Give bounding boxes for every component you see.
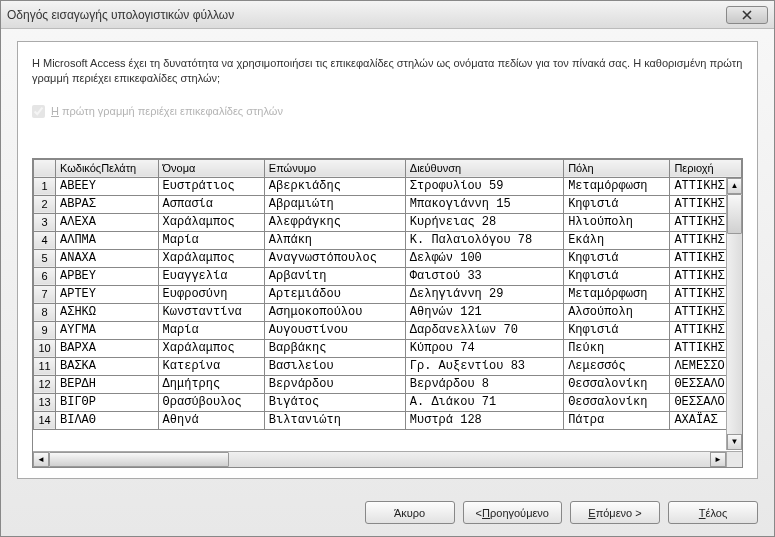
table-cell: Γρ. Αυξεντίου 83 [405, 357, 563, 375]
table-cell: Αθηνών 121 [405, 303, 563, 321]
chevron-left-icon: ◄ [37, 456, 45, 464]
table-cell: Πεύκη [564, 339, 670, 357]
table-cell: ΒΙΛΑΘ [56, 411, 159, 429]
table-cell: Μεταμόρφωση [564, 177, 670, 195]
chevron-up-icon: ▲ [731, 182, 739, 190]
table-row[interactable]: 7ΑΡΤΕΥΕυφροσύνηΑρτεμιάδουΔεληγιάννη 29Με… [34, 285, 742, 303]
table-cell: Ευστράτιος [158, 177, 264, 195]
horizontal-scrollbar[interactable]: ◄ ► [33, 451, 726, 467]
table-row[interactable]: 12ΒΕΡΔΗΔημήτρηςΒερνάρδουΒερνάρδου 8Θεσσα… [34, 375, 742, 393]
next-button[interactable]: Επόμενο > [570, 501, 660, 524]
table-row[interactable]: 2ΑΒΡΑΣΑσπασίαΑβραμιώτηΜπακογιάννη 15Κηφι… [34, 195, 742, 213]
vertical-scroll-track[interactable] [727, 234, 742, 434]
cancel-button[interactable]: Άκυρο [365, 501, 455, 524]
table-cell: ΑΡΤΕΥ [56, 285, 159, 303]
row-number-cell: 5 [34, 249, 56, 267]
table-cell: Εκάλη [564, 231, 670, 249]
table-cell: ΑΒΕΕΥ [56, 177, 159, 195]
horizontal-scroll-track[interactable] [229, 452, 710, 467]
preview-table-scroll: ΚωδικόςΠελάτηΌνομαΕπώνυμοΔιεύθυνσηΠόληΠε… [33, 159, 742, 467]
finish-button[interactable]: Τέλος [668, 501, 758, 524]
scroll-left-arrow[interactable]: ◄ [33, 452, 49, 467]
row-number-cell: 12 [34, 375, 56, 393]
row-number-cell: 8 [34, 303, 56, 321]
table-cell: ΒΑΡΧΑ [56, 339, 159, 357]
row-number-cell: 14 [34, 411, 56, 429]
table-cell: Α. Διάκου 71 [405, 393, 563, 411]
table-cell: Μεταμόρφωση [564, 285, 670, 303]
table-cell: Κ. Παλαιολόγου 78 [405, 231, 563, 249]
row-number-cell: 10 [34, 339, 56, 357]
table-cell: Χαράλαμπος [158, 213, 264, 231]
table-cell: Κύπρου 74 [405, 339, 563, 357]
table-row[interactable]: 3ΑΛΕΧΑΧαράλαμποςΑλεφράγκηςΚυρήνειας 28Ηλ… [34, 213, 742, 231]
row-number-header [34, 159, 56, 177]
column-header[interactable]: Πόλη [564, 159, 670, 177]
table-cell: Θεσσαλονίκη [564, 393, 670, 411]
table-cell: Βερνάρδου 8 [405, 375, 563, 393]
table-cell: Δημήτρης [158, 375, 264, 393]
table-row[interactable]: 5ΑΝΑΧΑΧαράλαμποςΑναγνωστόπουλοςΔελφών 10… [34, 249, 742, 267]
close-button[interactable] [726, 6, 768, 24]
table-cell: Θρασύβουλος [158, 393, 264, 411]
vertical-scrollbar[interactable]: ▲ ▼ [726, 178, 742, 450]
column-header[interactable]: Διεύθυνση [405, 159, 563, 177]
row-number-cell: 6 [34, 267, 56, 285]
first-row-headers-checkbox[interactable] [32, 105, 45, 118]
scroll-corner [726, 451, 742, 467]
table-cell: Μαρία [158, 321, 264, 339]
table-cell: Ηλιούπολη [564, 213, 670, 231]
scroll-up-arrow[interactable]: ▲ [727, 178, 742, 194]
scroll-right-arrow[interactable]: ► [710, 452, 726, 467]
table-cell: Ευφροσύνη [158, 285, 264, 303]
table-cell: Δαρδανελλίων 70 [405, 321, 563, 339]
table-row[interactable]: 13ΒΙΓΘΡΘρασύβουλοςΒιγάτοςΑ. Διάκου 71Θεσ… [34, 393, 742, 411]
column-header[interactable]: Περιοχή [670, 159, 742, 177]
table-row[interactable]: 11ΒΑΣΚΑΚατερίναΒασιλείουΓρ. Αυξεντίου 83… [34, 357, 742, 375]
table-row[interactable]: 4ΑΛΠΜΑΜαρίαΑλπάκηΚ. Παλαιολόγου 78ΕκάληΑ… [34, 231, 742, 249]
scroll-down-arrow[interactable]: ▼ [727, 434, 742, 450]
table-cell: Κυρήνειας 28 [405, 213, 563, 231]
table-cell: Ασπασία [158, 195, 264, 213]
table-row[interactable]: 9ΑΥΓΜΑΜαρίαΑυγουστίνουΔαρδανελλίων 70Κηφ… [34, 321, 742, 339]
row-number-cell: 13 [34, 393, 56, 411]
table-row[interactable]: 6ΑΡΒΕΥΕυαγγελίαΑρβανίτηΦαιστού 33Κηφισιά… [34, 267, 742, 285]
table-cell: Κωνσταντίνα [158, 303, 264, 321]
table-cell: Βιλτανιώτη [264, 411, 405, 429]
table-cell: Αλεφράγκης [264, 213, 405, 231]
table-cell: Δεληγιάννη 29 [405, 285, 563, 303]
preview-table-wrap: ΚωδικόςΠελάτηΌνομαΕπώνυμοΔιεύθυνσηΠόληΠε… [32, 158, 743, 468]
table-row[interactable]: 1ΑΒΕΕΥΕυστράτιοςΑβερκιάδηςΣτροφυλίου 59Μ… [34, 177, 742, 195]
table-row[interactable]: 14ΒΙΛΑΘΑθηνάΒιλτανιώτηΜυστρά 128ΠάτραΑΧΑ… [34, 411, 742, 429]
table-cell: ΑΛΕΧΑ [56, 213, 159, 231]
table-cell: Ευαγγελία [158, 267, 264, 285]
table-cell: ΑΥΓΜΑ [56, 321, 159, 339]
column-header[interactable]: Όνομα [158, 159, 264, 177]
table-cell: Μπακογιάννη 15 [405, 195, 563, 213]
table-cell: Αθηνά [158, 411, 264, 429]
column-header[interactable]: Επώνυμο [264, 159, 405, 177]
table-cell: ΑΣΗΚΩ [56, 303, 159, 321]
vertical-scroll-thumb[interactable] [727, 194, 742, 234]
table-cell: Αρτεμιάδου [264, 285, 405, 303]
table-cell: ΑΛΠΜΑ [56, 231, 159, 249]
back-button[interactable]: < Προηγούμενο [463, 501, 562, 524]
window-title: Οδηγός εισαγωγής υπολογιστικών φύλλων [7, 8, 234, 22]
table-cell: Μυστρά 128 [405, 411, 563, 429]
table-cell: Βαρβάκης [264, 339, 405, 357]
table-cell: ΑΡΒΕΥ [56, 267, 159, 285]
table-cell: Θεσσαλονίκη [564, 375, 670, 393]
inner-panel: Η Microsoft Access έχει τη δυνατότητα να… [17, 41, 758, 479]
column-header[interactable]: ΚωδικόςΠελάτη [56, 159, 159, 177]
table-cell: Πάτρα [564, 411, 670, 429]
table-cell: Βερνάρδου [264, 375, 405, 393]
horizontal-scroll-thumb[interactable] [49, 452, 229, 467]
table-cell: Κηφισιά [564, 267, 670, 285]
table-cell: ΒΙΓΘΡ [56, 393, 159, 411]
table-cell: Δελφών 100 [405, 249, 563, 267]
titlebar: Οδηγός εισαγωγής υπολογιστικών φύλλων [1, 1, 774, 29]
table-cell: Κηφισιά [564, 321, 670, 339]
table-cell: Κατερίνα [158, 357, 264, 375]
table-row[interactable]: 8ΑΣΗΚΩΚωνσταντίναΑσημοκοπούλουΑθηνών 121… [34, 303, 742, 321]
table-row[interactable]: 10ΒΑΡΧΑΧαράλαμποςΒαρβάκηςΚύπρου 74ΠεύκηΑ… [34, 339, 742, 357]
